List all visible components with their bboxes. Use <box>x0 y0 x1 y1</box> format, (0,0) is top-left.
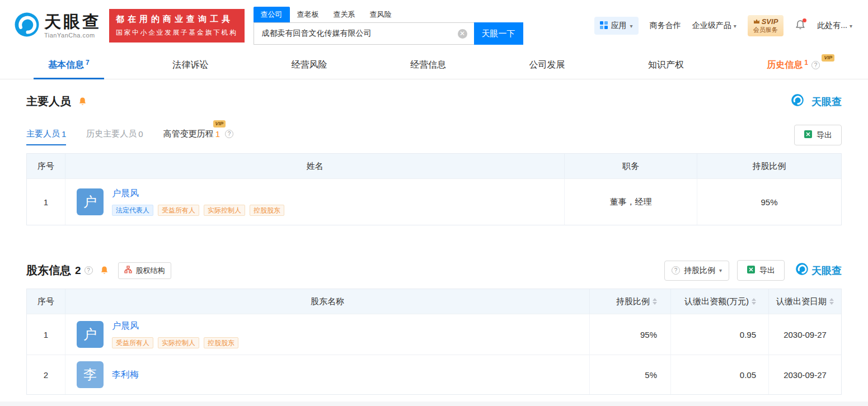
tab-label: 法律诉讼 <box>172 59 208 71</box>
column-header-amount[interactable]: 认缴出资额(万元) <box>670 289 768 314</box>
chevron-down-icon: ▾ <box>630 23 633 29</box>
column-header-label: 认缴出资日期 <box>776 296 827 307</box>
sort-icon[interactable] <box>829 298 834 305</box>
tab-label: 经营风险 <box>292 59 327 71</box>
tab-label: 历史信息 <box>767 59 803 71</box>
position-value: 董事，经理 <box>564 179 697 225</box>
table-row: 2 李 李利梅 5% 0.05 2030-09-27 <box>27 355 841 394</box>
avatar[interactable]: 李 <box>77 361 104 388</box>
subscribe-bell-icon[interactable] <box>100 266 109 275</box>
subtab-executive-changes[interactable]: VIP 高管变更历程 1 ? <box>163 129 233 145</box>
main-content: 主要人员 天眼查 主要人员 1 历史主要人员 0 VIP 高管变 <box>0 94 868 395</box>
shareholders-count: 2 <box>75 265 81 277</box>
tab-operation-info[interactable]: 经营信息 <box>396 51 461 79</box>
tab-label: 经营信息 <box>410 59 446 71</box>
export-button[interactable]: 导出 <box>737 260 785 281</box>
person-name-link[interactable]: 李利梅 <box>112 369 139 381</box>
vip-badge: VIP <box>822 54 834 62</box>
tab-basic-info[interactable]: 基本信息 7 <box>34 51 104 79</box>
subtab-history-personnel[interactable]: 历史主要人员 0 <box>86 129 143 145</box>
vip-badge: VIP <box>213 120 226 128</box>
column-header-ratio: 持股比例 <box>697 154 841 178</box>
crown-icon <box>753 17 760 26</box>
question-icon[interactable]: ? <box>85 266 93 275</box>
clear-icon[interactable]: ✕ <box>458 29 467 39</box>
person-tags: 法定代表人 受益所有人 实际控制人 控股股东 <box>112 205 284 216</box>
section-nav: 基本信息 7 法律诉讼 经营风险 经营信息 公司发展 知识产权 VIP 历史信息… <box>0 51 868 79</box>
enterprise-products-link[interactable]: 企业级产品 ▾ <box>692 21 736 31</box>
tag-legal-representative: 法定代表人 <box>112 205 153 216</box>
sort-icon[interactable] <box>752 298 756 305</box>
column-header-ratio[interactable]: 持股比例 <box>589 289 670 314</box>
person-cell: 户 户晨风 受益所有人 实际控制人 控股股东 <box>72 314 243 355</box>
apps-menu[interactable]: 应用 ▾ <box>594 17 639 35</box>
export-button[interactable]: 导出 <box>794 125 842 145</box>
notification-bell[interactable] <box>795 20 806 32</box>
business-cooperation-link[interactable]: 商务合作 <box>650 21 681 31</box>
tab-count: 7 <box>86 59 90 67</box>
avatar[interactable]: 户 <box>77 321 104 348</box>
watermark-logo-icon <box>791 94 804 109</box>
tab-operation-risk[interactable]: 经营风险 <box>277 51 342 79</box>
chevron-down-icon: ▾ <box>719 267 722 273</box>
column-header-index: 序号 <box>27 161 65 172</box>
search-tab-company[interactable]: 查公司 <box>254 7 290 22</box>
subscribe-bell-icon[interactable] <box>78 97 87 106</box>
column-header-position: 职务 <box>564 154 697 178</box>
subtab-current-personnel[interactable]: 主要人员 1 <box>26 129 66 145</box>
tab-legal-proceedings[interactable]: 法律诉讼 <box>158 51 223 79</box>
svip-label: SVIP <box>762 17 778 26</box>
tab-label: 公司发展 <box>529 59 565 71</box>
personnel-section-header: 主要人员 天眼查 <box>26 94 842 109</box>
search-tab-boss[interactable]: 查老板 <box>290 7 326 22</box>
chevron-down-icon: ▾ <box>734 23 736 29</box>
ratio-value: 95% <box>697 179 841 225</box>
user-account-menu[interactable]: 此处有... ▾ <box>817 21 852 31</box>
avatar[interactable]: 户 <box>77 188 104 215</box>
equity-structure-label: 股权结构 <box>136 266 165 276</box>
page-bottom-divider <box>0 402 868 406</box>
logo-brand-name: 天眼查 <box>44 13 101 30</box>
excel-icon <box>804 130 813 140</box>
equity-structure-button[interactable]: 股权结构 <box>118 262 171 279</box>
promo-banner-line1: 都在用的商业查询工具 <box>116 14 238 25</box>
sort-icon[interactable] <box>653 298 657 305</box>
sort-label: 持股比例 <box>684 266 715 276</box>
tab-intellectual-property[interactable]: 知识产权 <box>634 51 698 79</box>
column-header-label: 持股比例 <box>616 296 650 307</box>
shareholders-section-title: 股东信息 <box>26 263 71 278</box>
tab-history-info[interactable]: VIP 历史信息 1 ? <box>752 51 834 79</box>
user-name: 此处有... <box>817 21 847 31</box>
apps-label: 应用 <box>611 21 627 31</box>
search-tab-relation[interactable]: 查关系 <box>326 7 363 22</box>
search-button[interactable]: 天眼一下 <box>474 22 523 45</box>
watermark-text: 天眼查 <box>811 264 842 277</box>
tianyancha-logo[interactable]: 天眼查 TianYanCha.com <box>15 12 101 39</box>
sort-by-ratio-dropdown[interactable]: ? 持股比例 ▾ <box>664 261 729 281</box>
watermark-logo: 天眼查 <box>796 263 842 278</box>
subtab-label: 历史主要人员 <box>86 129 137 139</box>
watermark-logo-icon <box>796 263 808 278</box>
search-row: ✕ 天眼一下 <box>254 22 523 45</box>
question-icon[interactable]: ? <box>225 130 233 138</box>
shareholders-table-body: 1 户 户晨风 受益所有人 实际控制人 控股股东 <box>27 314 841 394</box>
shareholders-actions: ? 持股比例 ▾ 导出 天眼查 <box>664 260 842 281</box>
svip-sub-label: 会员服务 <box>753 26 778 34</box>
subtab-label: 主要人员 <box>26 129 60 139</box>
search-tab-risk[interactable]: 查风险 <box>363 7 399 22</box>
question-icon[interactable]: ? <box>811 61 820 69</box>
search-input[interactable] <box>261 29 458 39</box>
row-index: 2 <box>27 370 65 380</box>
person-name-link[interactable]: 户晨风 <box>112 320 238 332</box>
tianyancha-logo-icon <box>15 12 39 39</box>
export-label: 导出 <box>817 130 832 140</box>
person-name-link[interactable]: 户晨风 <box>112 188 284 200</box>
export-label: 导出 <box>759 266 775 276</box>
key-personnel-section: 主要人员 天眼查 主要人员 1 历史主要人员 0 VIP 高管变 <box>26 94 842 225</box>
tab-company-development[interactable]: 公司发展 <box>514 51 579 79</box>
svip-member-badge[interactable]: SVIP 会员服务 <box>748 15 784 36</box>
column-header-date[interactable]: 认缴出资日期 <box>768 289 841 314</box>
date-value: 2030-09-27 <box>768 355 841 394</box>
column-header-index: 序号 <box>27 296 65 307</box>
shareholders-table: 序号 股东名称 持股比例 认缴出资额(万元) 认缴出资日期 1 <box>26 289 842 395</box>
